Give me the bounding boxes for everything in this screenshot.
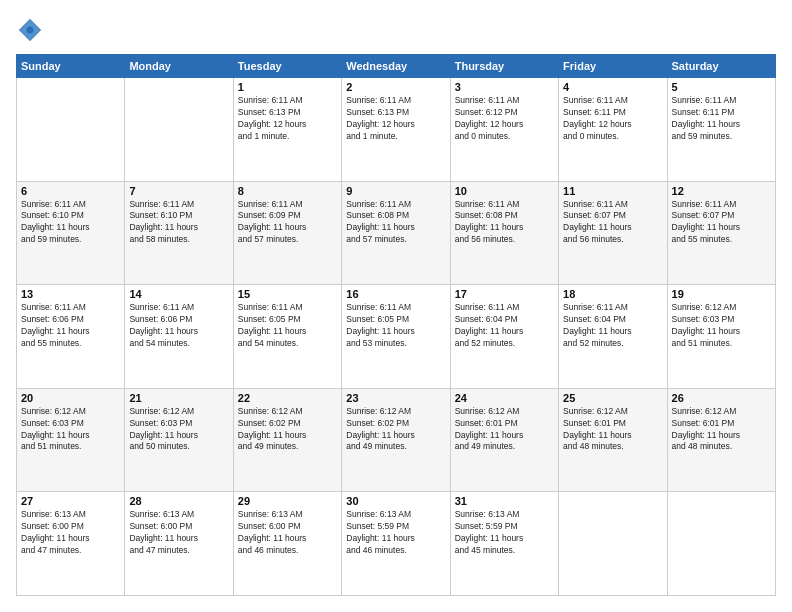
calendar-table: SundayMondayTuesdayWednesdayThursdayFrid… (16, 54, 776, 596)
weekday-header: Saturday (667, 55, 775, 78)
calendar-week-row: 6Sunrise: 6:11 AM Sunset: 6:10 PM Daylig… (17, 181, 776, 285)
logo-icon (16, 16, 44, 44)
cell-content: Sunrise: 6:11 AM Sunset: 6:07 PM Dayligh… (563, 199, 662, 247)
day-number: 24 (455, 392, 554, 404)
cell-content: Sunrise: 6:11 AM Sunset: 6:10 PM Dayligh… (21, 199, 120, 247)
cell-content: Sunrise: 6:11 AM Sunset: 6:10 PM Dayligh… (129, 199, 228, 247)
calendar-cell: 28Sunrise: 6:13 AM Sunset: 6:00 PM Dayli… (125, 492, 233, 596)
day-number: 31 (455, 495, 554, 507)
day-number: 7 (129, 185, 228, 197)
calendar-cell: 1Sunrise: 6:11 AM Sunset: 6:13 PM Daylig… (233, 78, 341, 182)
calendar-cell: 22Sunrise: 6:12 AM Sunset: 6:02 PM Dayli… (233, 388, 341, 492)
cell-content: Sunrise: 6:11 AM Sunset: 6:06 PM Dayligh… (129, 302, 228, 350)
calendar-week-row: 20Sunrise: 6:12 AM Sunset: 6:03 PM Dayli… (17, 388, 776, 492)
cell-content: Sunrise: 6:11 AM Sunset: 6:04 PM Dayligh… (455, 302, 554, 350)
calendar-cell: 24Sunrise: 6:12 AM Sunset: 6:01 PM Dayli… (450, 388, 558, 492)
calendar-cell: 8Sunrise: 6:11 AM Sunset: 6:09 PM Daylig… (233, 181, 341, 285)
calendar-week-row: 1Sunrise: 6:11 AM Sunset: 6:13 PM Daylig… (17, 78, 776, 182)
cell-content: Sunrise: 6:11 AM Sunset: 6:11 PM Dayligh… (672, 95, 771, 143)
calendar-cell: 6Sunrise: 6:11 AM Sunset: 6:10 PM Daylig… (17, 181, 125, 285)
calendar-cell: 31Sunrise: 6:13 AM Sunset: 5:59 PM Dayli… (450, 492, 558, 596)
calendar-cell: 10Sunrise: 6:11 AM Sunset: 6:08 PM Dayli… (450, 181, 558, 285)
calendar-cell: 29Sunrise: 6:13 AM Sunset: 6:00 PM Dayli… (233, 492, 341, 596)
cell-content: Sunrise: 6:12 AM Sunset: 6:02 PM Dayligh… (346, 406, 445, 454)
calendar-cell: 13Sunrise: 6:11 AM Sunset: 6:06 PM Dayli… (17, 285, 125, 389)
cell-content: Sunrise: 6:12 AM Sunset: 6:03 PM Dayligh… (21, 406, 120, 454)
day-number: 25 (563, 392, 662, 404)
cell-content: Sunrise: 6:11 AM Sunset: 6:04 PM Dayligh… (563, 302, 662, 350)
day-number: 3 (455, 81, 554, 93)
svg-point-2 (27, 27, 34, 34)
calendar-cell (125, 78, 233, 182)
cell-content: Sunrise: 6:11 AM Sunset: 6:12 PM Dayligh… (455, 95, 554, 143)
calendar-cell: 11Sunrise: 6:11 AM Sunset: 6:07 PM Dayli… (559, 181, 667, 285)
day-number: 1 (238, 81, 337, 93)
weekday-header: Sunday (17, 55, 125, 78)
calendar-cell: 5Sunrise: 6:11 AM Sunset: 6:11 PM Daylig… (667, 78, 775, 182)
cell-content: Sunrise: 6:13 AM Sunset: 5:59 PM Dayligh… (455, 509, 554, 557)
calendar-cell: 7Sunrise: 6:11 AM Sunset: 6:10 PM Daylig… (125, 181, 233, 285)
calendar-cell: 14Sunrise: 6:11 AM Sunset: 6:06 PM Dayli… (125, 285, 233, 389)
cell-content: Sunrise: 6:12 AM Sunset: 6:01 PM Dayligh… (672, 406, 771, 454)
weekday-header: Tuesday (233, 55, 341, 78)
calendar-cell (667, 492, 775, 596)
day-number: 16 (346, 288, 445, 300)
cell-content: Sunrise: 6:12 AM Sunset: 6:01 PM Dayligh… (563, 406, 662, 454)
cell-content: Sunrise: 6:12 AM Sunset: 6:01 PM Dayligh… (455, 406, 554, 454)
cell-content: Sunrise: 6:12 AM Sunset: 6:03 PM Dayligh… (129, 406, 228, 454)
calendar-cell: 16Sunrise: 6:11 AM Sunset: 6:05 PM Dayli… (342, 285, 450, 389)
day-number: 12 (672, 185, 771, 197)
weekday-header: Thursday (450, 55, 558, 78)
day-number: 20 (21, 392, 120, 404)
day-number: 28 (129, 495, 228, 507)
calendar-cell: 3Sunrise: 6:11 AM Sunset: 6:12 PM Daylig… (450, 78, 558, 182)
calendar-cell: 2Sunrise: 6:11 AM Sunset: 6:13 PM Daylig… (342, 78, 450, 182)
calendar-cell: 26Sunrise: 6:12 AM Sunset: 6:01 PM Dayli… (667, 388, 775, 492)
day-number: 5 (672, 81, 771, 93)
cell-content: Sunrise: 6:11 AM Sunset: 6:07 PM Dayligh… (672, 199, 771, 247)
calendar-body: 1Sunrise: 6:11 AM Sunset: 6:13 PM Daylig… (17, 78, 776, 596)
calendar-cell: 30Sunrise: 6:13 AM Sunset: 5:59 PM Dayli… (342, 492, 450, 596)
day-number: 29 (238, 495, 337, 507)
cell-content: Sunrise: 6:12 AM Sunset: 6:02 PM Dayligh… (238, 406, 337, 454)
cell-content: Sunrise: 6:11 AM Sunset: 6:05 PM Dayligh… (238, 302, 337, 350)
weekday-row: SundayMondayTuesdayWednesdayThursdayFrid… (17, 55, 776, 78)
cell-content: Sunrise: 6:11 AM Sunset: 6:13 PM Dayligh… (346, 95, 445, 143)
calendar-cell: 9Sunrise: 6:11 AM Sunset: 6:08 PM Daylig… (342, 181, 450, 285)
day-number: 18 (563, 288, 662, 300)
weekday-header: Friday (559, 55, 667, 78)
calendar-cell: 21Sunrise: 6:12 AM Sunset: 6:03 PM Dayli… (125, 388, 233, 492)
weekday-header: Monday (125, 55, 233, 78)
cell-content: Sunrise: 6:11 AM Sunset: 6:08 PM Dayligh… (346, 199, 445, 247)
calendar-cell: 19Sunrise: 6:12 AM Sunset: 6:03 PM Dayli… (667, 285, 775, 389)
calendar-cell: 15Sunrise: 6:11 AM Sunset: 6:05 PM Dayli… (233, 285, 341, 389)
cell-content: Sunrise: 6:11 AM Sunset: 6:09 PM Dayligh… (238, 199, 337, 247)
cell-content: Sunrise: 6:13 AM Sunset: 6:00 PM Dayligh… (129, 509, 228, 557)
cell-content: Sunrise: 6:11 AM Sunset: 6:05 PM Dayligh… (346, 302, 445, 350)
day-number: 26 (672, 392, 771, 404)
day-number: 2 (346, 81, 445, 93)
day-number: 17 (455, 288, 554, 300)
cell-content: Sunrise: 6:11 AM Sunset: 6:13 PM Dayligh… (238, 95, 337, 143)
cell-content: Sunrise: 6:13 AM Sunset: 6:00 PM Dayligh… (21, 509, 120, 557)
cell-content: Sunrise: 6:13 AM Sunset: 5:59 PM Dayligh… (346, 509, 445, 557)
day-number: 13 (21, 288, 120, 300)
day-number: 6 (21, 185, 120, 197)
day-number: 30 (346, 495, 445, 507)
cell-content: Sunrise: 6:11 AM Sunset: 6:06 PM Dayligh… (21, 302, 120, 350)
calendar-cell: 18Sunrise: 6:11 AM Sunset: 6:04 PM Dayli… (559, 285, 667, 389)
calendar-cell (559, 492, 667, 596)
calendar-cell: 17Sunrise: 6:11 AM Sunset: 6:04 PM Dayli… (450, 285, 558, 389)
page: SundayMondayTuesdayWednesdayThursdayFrid… (0, 0, 792, 612)
day-number: 19 (672, 288, 771, 300)
day-number: 4 (563, 81, 662, 93)
day-number: 14 (129, 288, 228, 300)
header (16, 16, 776, 44)
day-number: 9 (346, 185, 445, 197)
day-number: 8 (238, 185, 337, 197)
calendar-cell: 27Sunrise: 6:13 AM Sunset: 6:00 PM Dayli… (17, 492, 125, 596)
day-number: 11 (563, 185, 662, 197)
day-number: 15 (238, 288, 337, 300)
weekday-header: Wednesday (342, 55, 450, 78)
cell-content: Sunrise: 6:13 AM Sunset: 6:00 PM Dayligh… (238, 509, 337, 557)
